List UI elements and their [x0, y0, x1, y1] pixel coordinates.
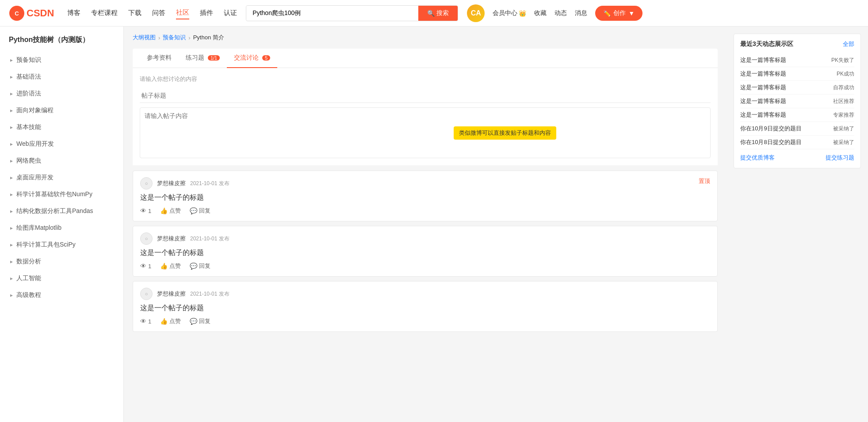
tab-exercise[interactable]: 练习题 1/1 [179, 49, 227, 68]
post-author-3: 梦想橡皮擦 [157, 290, 186, 298]
post-title-3[interactable]: 这是一个帖子的标题 [140, 304, 710, 313]
post-card-2: ○ 梦想橡皮擦 2021-10-01 发布 这是一个帖子的标题 👁 1 👍 点赞 [133, 226, 718, 277]
nav-item-blog[interactable]: 博客 [67, 7, 80, 19]
post-view-count-2: 1 [148, 263, 151, 270]
header-link-message[interactable]: 消息 [575, 9, 587, 17]
like-icon-3: 👍 [160, 318, 168, 325]
post-author-2: 梦想橡皮擦 [157, 235, 186, 243]
csdn-logo-icon: C [9, 5, 25, 21]
header-link-activity[interactable]: 动态 [554, 9, 567, 17]
sidebar-item-prereq[interactable]: 预备知识 [0, 52, 123, 68]
right-section-all-link[interactable]: 全部 [843, 40, 854, 48]
reply-icon-2: 💬 [190, 262, 197, 270]
nav-item-community[interactable]: 社区 [176, 7, 189, 19]
post-like-label-1: 点赞 [169, 207, 181, 215]
post-view-1: 👁 1 [140, 207, 151, 214]
post-actions-3: 👁 1 👍 点赞 💬 回复 [140, 317, 710, 325]
activity-title-4[interactable]: 这是一篇博客标题 [740, 111, 786, 119]
footer-link-blog[interactable]: 提交优质博客 [740, 154, 775, 162]
breadcrumb-overview[interactable]: 大纲视图 [133, 34, 156, 42]
post-reply-2[interactable]: 💬 回复 [190, 262, 210, 270]
right-section-title: 最近3天动态展示区 [740, 40, 793, 48]
post-title-2[interactable]: 这是一个帖子的标题 [140, 248, 710, 258]
post-avatar-2: ○ [140, 232, 153, 245]
sidebar-item-numpy[interactable]: 科学计算基础软件包NumPy [0, 186, 123, 203]
nav-item-download[interactable]: 下载 [128, 7, 141, 19]
post-reply-1[interactable]: 💬 回复 [190, 207, 210, 215]
post-meta-1: ○ 梦想橡皮擦 2021-10-01 发布 [140, 177, 710, 190]
activity-title-6[interactable]: 你在10月8日提交的题目 [740, 138, 802, 146]
right-activity-section: 最近3天动态展示区 全部 这是一篇博客标题 PK失败了 这是一篇博客标题 PK成… [734, 34, 861, 168]
post-avatar-1: ○ [140, 177, 153, 190]
post-like-1[interactable]: 👍 点赞 [160, 207, 181, 215]
post-like-label-2: 点赞 [169, 262, 181, 270]
create-button[interactable]: ✏️ 创作 ▼ [595, 6, 642, 21]
sidebar-item-oop[interactable]: 面向对象编程 [0, 102, 123, 119]
footer-link-exercise[interactable]: 提交练习题 [826, 154, 854, 162]
sidebar-item-basic-skills[interactable]: 基本技能 [0, 119, 123, 136]
vip-label: 会员中心 [493, 9, 517, 17]
discussion-hint: 请输入你想讨论的内容 [140, 75, 711, 83]
activity-title-1[interactable]: 这是一篇博客标题 [740, 70, 786, 78]
create-btn-label: 创作 [613, 9, 626, 17]
reply-icon-3: 💬 [190, 318, 197, 325]
main-nav: 博客 专栏课程 下载 问答 社区 插件 认证 [67, 7, 237, 19]
activity-row-3: 这是一篇博客标题 社区推荐 [740, 95, 854, 108]
sidebar-item-scipy[interactable]: 科学计算工具包SciPy [0, 236, 123, 253]
header-link-collect[interactable]: 收藏 [534, 9, 547, 17]
post-card-3: ○ 梦想橡皮擦 2021-10-01 发布 这是一个帖子的标题 👁 1 👍 点赞 [133, 281, 718, 332]
post-date-1: 2021-10-01 发布 [190, 180, 229, 187]
post-view-count-3: 1 [148, 318, 151, 325]
search-button[interactable]: 🔍 搜索 [418, 6, 458, 21]
activity-title-3[interactable]: 这是一篇博客标题 [740, 97, 786, 105]
sidebar-item-ai[interactable]: 人工智能 [0, 270, 123, 287]
activity-title-5[interactable]: 你在10月9日提交的题目 [740, 125, 802, 133]
header-link-vip[interactable]: 会员中心 👑 [493, 9, 526, 17]
logo-text: CSDN [27, 8, 54, 19]
nav-item-plugin[interactable]: 插件 [200, 7, 213, 19]
sidebar-item-web[interactable]: Web应用开发 [0, 136, 123, 152]
activity-status-3: 社区推荐 [833, 98, 854, 105]
post-like-2[interactable]: 👍 点赞 [160, 262, 181, 270]
post-like-3[interactable]: 👍 点赞 [160, 317, 181, 325]
nav-item-qa[interactable]: 问答 [152, 7, 165, 19]
post-content-input[interactable] [140, 108, 710, 156]
post-avatar-3: ○ [140, 288, 153, 300]
avatar[interactable]: CA [467, 4, 485, 22]
edit-icon: ✏️ [603, 10, 611, 17]
sidebar-item-pandas[interactable]: 结构化数据分析工具Pandas [0, 203, 123, 220]
sidebar-item-data-analysis[interactable]: 数据分析 [0, 253, 123, 270]
exercise-badge: 1/1 [208, 55, 220, 61]
eye-icon-3: 👁 [140, 318, 146, 325]
post-list: ○ 梦想橡皮擦 2021-10-01 发布 置顶 这是一个帖子的标题 👁 1 👍… [133, 171, 718, 332]
discussion-area: 请输入你想讨论的内容 类似微博可以直接发贴子标题和内容 [133, 68, 718, 165]
tabs: 参考资料 练习题 1/1 交流讨论 5 [133, 49, 718, 68]
nav-item-course[interactable]: 专栏课程 [91, 7, 118, 19]
post-actions-1: 👁 1 👍 点赞 💬 回复 [140, 207, 710, 215]
sidebar-item-matplotlib[interactable]: 绘图库Matplotlib [0, 220, 123, 236]
activity-status-0: PK失败了 [831, 57, 854, 64]
sidebar-item-advanced[interactable]: 高级教程 [0, 287, 123, 304]
nav-item-cert[interactable]: 认证 [224, 7, 237, 19]
sidebar-item-basic-syntax[interactable]: 基础语法 [0, 68, 123, 85]
activity-row-4: 这是一篇博客标题 专家推荐 [740, 108, 854, 122]
post-reply-label-2: 回复 [199, 262, 210, 270]
right-footer: 提交优质博客 提交练习题 [740, 149, 854, 162]
sidebar-item-desktop[interactable]: 桌面应用开发 [0, 169, 123, 186]
tab-discussion[interactable]: 交流讨论 5 [227, 49, 277, 68]
search-input[interactable] [246, 6, 418, 20]
tab-reference[interactable]: 参考资料 [140, 49, 179, 68]
post-title-input[interactable] [140, 88, 711, 103]
activity-title-2[interactable]: 这是一篇博客标题 [740, 84, 786, 91]
activity-title-0[interactable]: 这是一篇博客标题 [740, 56, 786, 64]
eye-icon-1: 👁 [140, 207, 146, 214]
activity-status-2: 自荐成功 [833, 84, 854, 91]
logo[interactable]: C CSDN [9, 5, 54, 21]
breadcrumb-prereq[interactable]: 预备知识 [163, 34, 186, 42]
post-view-count-1: 1 [148, 208, 151, 214]
post-reply-3[interactable]: 💬 回复 [190, 317, 210, 325]
sidebar-item-advanced-syntax[interactable]: 进阶语法 [0, 85, 123, 102]
sidebar-item-crawler[interactable]: 网络爬虫 [0, 152, 123, 169]
breadcrumb-sep-1: › [158, 34, 160, 41]
post-title-1[interactable]: 这是一个帖子的标题 [140, 193, 710, 202]
